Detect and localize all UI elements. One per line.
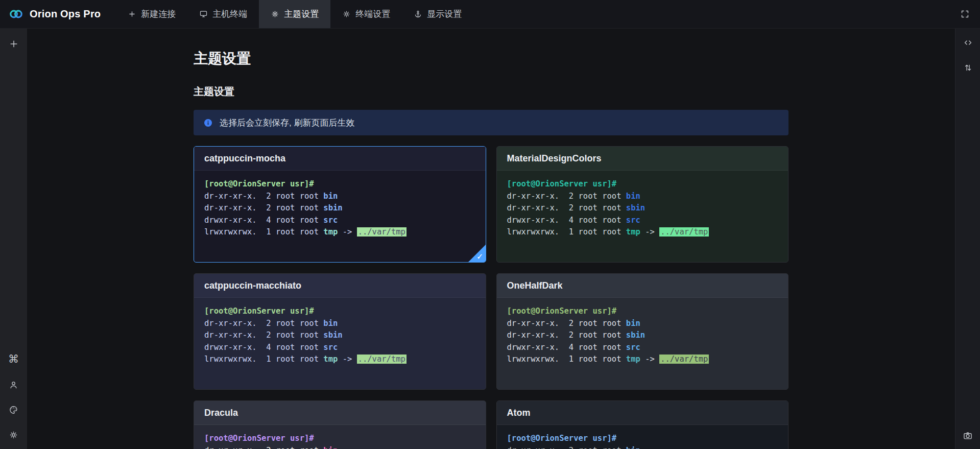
anchor-icon [414, 10, 422, 18]
code-icon[interactable] [963, 38, 973, 48]
terminal-line: lrwxrwxrwx. 1 root root tmp -> ../var/tm… [507, 353, 778, 366]
terminal-line: lrwxrwxrwx. 1 root root tmp -> ../var/tm… [204, 353, 475, 366]
terminal-preview: [root@OrionServer usr]#dr-xr-xr-x. 2 roo… [194, 298, 486, 373]
theme-card[interactable]: catppuccin-macchiato [root@OrionServer u… [194, 273, 486, 390]
terminal-prompt-line: [root@OrionServer usr]# [507, 305, 778, 318]
terminal-line: dr-xr-xr-x. 2 root root bin [507, 318, 778, 330]
section-title: 主题设置 [194, 85, 788, 99]
terminal-line: dr-xr-xr-x. 2 root root bin [204, 318, 475, 330]
theme-card[interactable]: Dracula [root@OrionServer usr]#dr-xr-xr-… [194, 400, 486, 449]
terminal-line: dr-xr-xr-x. 2 root root sbin [204, 329, 475, 342]
terminal-prompt-line: [root@OrionServer usr]# [204, 433, 475, 445]
nav-tab-label: 新建连接 [141, 8, 176, 20]
page-title: 主题设置 [194, 49, 788, 68]
terminal-line: lrwxrwxrwx. 1 root root tmp -> ../var/tm… [507, 226, 778, 239]
theme-card-title: OneHalfDark [507, 280, 563, 291]
terminal-line: dr-xr-xr-x. 2 root root bin [204, 445, 475, 449]
nav-tab-host-terminal[interactable]: 主机终端 [187, 0, 259, 28]
theme-card-header: Dracula [194, 401, 486, 425]
fullscreen-icon[interactable] [960, 9, 970, 19]
theme-card-title: catppuccin-macchiato [204, 280, 301, 291]
info-alert: 选择后会立刻保存, 刷新页面后生效 [194, 110, 788, 135]
theme-palette-icon[interactable] [9, 405, 18, 415]
user-icon[interactable] [9, 380, 18, 390]
info-alert-text: 选择后会立刻保存, 刷新页面后生效 [220, 117, 354, 129]
nav-tab-label: 显示设置 [427, 8, 462, 20]
terminal-line: drwxr-xr-x. 4 root root src [507, 215, 778, 227]
info-icon [203, 118, 213, 128]
new-tab-plus-icon[interactable] [9, 39, 19, 49]
top-bar: Orion Ops Pro 新建连接 主机终端 主题设置 终端设置 [0, 0, 980, 29]
terminal-line: dr-xr-xr-x. 2 root root sbin [507, 202, 778, 215]
selected-check-icon: ✓ [476, 253, 483, 261]
theme-card-header: MaterialDesignColors [497, 147, 788, 171]
terminal-line: dr-xr-xr-x. 2 root root sbin [204, 202, 475, 215]
terminal-line: dr-xr-xr-x. 2 root root bin [204, 191, 475, 203]
terminal-preview: [root@OrionServer usr]#dr-xr-xr-x. 2 roo… [497, 171, 788, 246]
sort-arrows-icon[interactable] [963, 63, 973, 73]
terminal-prompt-line: [root@OrionServer usr]# [507, 178, 778, 191]
camera-icon[interactable] [963, 431, 973, 441]
theme-card[interactable]: MaterialDesignColors [root@OrionServer u… [496, 146, 789, 263]
app-title: Orion Ops Pro [30, 8, 101, 20]
plus-icon [128, 10, 136, 18]
top-nav: 新建连接 主机终端 主题设置 终端设置 显示设置 [116, 0, 473, 28]
terminal-prompt-line: [root@OrionServer usr]# [204, 178, 475, 191]
nav-tab-theme-settings[interactable]: 主题设置 [259, 0, 330, 28]
brand: Orion Ops Pro [0, 0, 116, 28]
terminal-preview: [root@OrionServer usr]#dr-xr-xr-x. 2 roo… [194, 425, 486, 449]
terminal-prompt-line: [root@OrionServer usr]# [507, 433, 778, 445]
theme-card-header: catppuccin-macchiato [194, 274, 486, 298]
theme-card-header: OneHalfDark [497, 274, 788, 298]
nav-tab-display-settings[interactable]: 显示设置 [402, 0, 473, 28]
theme-card-header: catppuccin-mocha [194, 147, 486, 171]
terminal-preview: [root@OrionServer usr]#dr-xr-xr-x. 2 roo… [194, 171, 486, 246]
terminal-line: drwxr-xr-x. 4 root root src [507, 342, 778, 354]
monitor-icon [199, 10, 208, 18]
theme-card-title: MaterialDesignColors [507, 153, 602, 164]
nav-tab-label: 主题设置 [284, 8, 319, 20]
gear-icon [342, 10, 351, 18]
theme-card[interactable]: catppuccin-mocha [root@OrionServer usr]#… [194, 146, 486, 263]
terminal-prompt-line: [root@OrionServer usr]# [204, 305, 475, 318]
left-sidebar: ⌘ [0, 29, 27, 449]
terminal-line: dr-xr-xr-x. 2 root root bin [507, 191, 778, 203]
terminal-preview: [root@OrionServer usr]#dr-xr-xr-x. 2 roo… [497, 425, 788, 449]
theme-card[interactable]: Atom [root@OrionServer usr]#dr-xr-xr-x. … [496, 400, 789, 449]
nav-tab-label: 终端设置 [355, 8, 390, 20]
nav-tab-label: 主机终端 [212, 8, 247, 20]
settings-gear-icon[interactable] [9, 430, 18, 440]
terminal-line: dr-xr-xr-x. 2 root root sbin [507, 329, 778, 342]
right-sidebar [955, 29, 980, 449]
command-shortcuts-icon[interactable]: ⌘ [8, 354, 19, 365]
nav-tab-terminal-settings[interactable]: 终端设置 [330, 0, 402, 28]
nav-tab-new-connection[interactable]: 新建连接 [116, 0, 187, 28]
theme-card[interactable]: OneHalfDark [root@OrionServer usr]#dr-xr… [496, 273, 789, 390]
theme-card-title: Atom [507, 408, 531, 418]
terminal-line: drwxr-xr-x. 4 root root src [204, 342, 475, 354]
terminal-preview: [root@OrionServer usr]#dr-xr-xr-x. 2 roo… [497, 298, 788, 373]
gear-icon [271, 10, 279, 18]
terminal-line: drwxr-xr-x. 4 root root src [204, 215, 475, 227]
main-content: 主题设置 主题设置 选择后会立刻保存, 刷新页面后生效 catppuccin-m… [27, 29, 955, 449]
theme-grid: catppuccin-mocha [root@OrionServer usr]#… [194, 146, 788, 449]
theme-card-header: Atom [497, 401, 788, 425]
theme-card-title: catppuccin-mocha [204, 153, 285, 164]
terminal-line: lrwxrwxrwx. 1 root root tmp -> ../var/tm… [204, 226, 475, 239]
theme-card-title: Dracula [204, 408, 238, 418]
terminal-line: dr-xr-xr-x. 2 root root bin [507, 445, 778, 449]
app-logo-icon [8, 6, 24, 22]
